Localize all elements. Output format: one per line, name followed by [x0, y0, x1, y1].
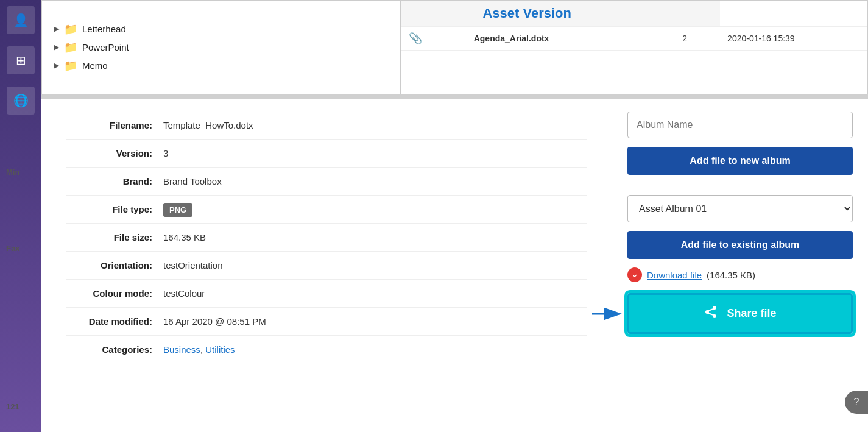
filename-label: Filename: [66, 120, 163, 130]
filetype-label: File type: [66, 204, 163, 214]
folder-label-powerpoint: PowerPoint [82, 42, 129, 52]
filesize-value: 164.35 KB [163, 232, 206, 243]
category-business[interactable]: Business [163, 344, 200, 355]
folder-icon-memo: 📁 [64, 59, 77, 73]
date-row: Date modified: 16 Apr 2020 @ 08:51 PM [66, 308, 587, 336]
filename-value: Template_HowTo.dotx [163, 120, 253, 130]
share-svg-icon [704, 305, 718, 319]
album-select[interactable]: Asset Album 01 Asset Album 02 Asset Albu… [627, 195, 853, 222]
download-icon [627, 267, 642, 282]
download-arrow-icon [630, 271, 639, 279]
filetype-value: PNG [163, 204, 192, 214]
divider-1 [627, 185, 853, 185]
filetype-row: File type: PNG [66, 196, 587, 224]
file-version-cell: 2 [675, 27, 720, 51]
category-utilities[interactable]: Utilities [205, 344, 235, 355]
brand-row: Brand: Brand Toolbox [66, 168, 587, 196]
version-label: Version: [66, 148, 163, 158]
version-value: 3 [163, 148, 168, 158]
side-label-min: Min [6, 168, 19, 177]
arrow-icon: ▶ [54, 43, 59, 51]
right-actions-panel: Add file to new album Asset Album 01 Ass… [612, 99, 868, 432]
file-info-panel: Filename: Template_HowTo.dotx Version: 3… [41, 99, 612, 432]
brand-label: Brand: [66, 176, 163, 186]
download-row: Download file (164.35 KB) [627, 267, 853, 282]
add-to-existing-album-button[interactable]: Add file to existing album [627, 231, 853, 259]
asset-version-panel: Asset Version 📎 Agenda_Arial.dotx 2 2020… [401, 0, 868, 94]
folder-icon-letterhead: 📁 [64, 23, 77, 36]
png-badge: PNG [163, 203, 192, 217]
categories-value: Business, Utilities [163, 344, 235, 355]
orientation-label: Orientation: [66, 260, 163, 271]
date-label: Date modified: [66, 316, 163, 327]
brand-value: Brand Toolbox [163, 176, 222, 186]
file-date-cell: 2020-01-16 15:39 [720, 27, 867, 51]
filesize-label: File size: [66, 232, 163, 243]
file-table-row: 📎 Agenda_Arial.dotx 2 2020-01-16 15:39 [401, 27, 867, 51]
share-file-button[interactable]: Share file [627, 293, 853, 334]
colour-row: Colour mode: testColour [66, 280, 587, 308]
date-value: 16 Apr 2020 @ 08:51 PM [163, 316, 266, 327]
chat-button[interactable]: ? [845, 391, 868, 414]
svg-point-0 [630, 271, 639, 279]
folder-label-memo: Memo [82, 60, 108, 71]
side-label-121: 121 [6, 402, 19, 411]
share-area: Share file [627, 293, 853, 334]
arrow-icon: ▶ [54, 25, 59, 33]
arrow-icon: ▶ [54, 62, 59, 69]
sidebar-icon-person[interactable]: 👤 [7, 6, 35, 34]
download-size-text: (164.35 KB) [707, 270, 755, 280]
orientation-row: Orientation: testOrientation [66, 252, 587, 280]
filesize-row: File size: 164.35 KB [66, 224, 587, 252]
folder-item-letterhead[interactable]: ▶ 📁 Letterhead [54, 23, 388, 36]
share-arrow-indicator [591, 305, 624, 323]
grid-icon: ⊞ [16, 53, 26, 68]
person-icon: 👤 [13, 13, 29, 27]
folder-label-letterhead: Letterhead [82, 24, 126, 34]
file-name-cell: Agenda_Arial.dotx [474, 34, 549, 43]
sidebar-icon-grid[interactable]: ⊞ [7, 46, 35, 74]
colour-label: Colour mode: [66, 288, 163, 299]
folder-item-powerpoint[interactable]: ▶ 📁 PowerPoint [54, 41, 388, 54]
left-sidebar: 👤 ⊞ 🌐 [0, 0, 41, 432]
album-name-input[interactable] [627, 112, 853, 138]
folder-sidebar: ▶ 📁 Letterhead ▶ 📁 PowerPoint ▶ 📁 Memo [41, 0, 401, 94]
add-to-new-album-button[interactable]: Add file to new album [627, 147, 853, 175]
svg-line-8 [708, 313, 715, 315]
globe-icon: 🌐 [13, 93, 29, 108]
separator [41, 94, 868, 99]
asset-version-header: Asset Version [409, 5, 571, 21]
clip-icon: 📎 [409, 32, 422, 44]
version-row: Version: 3 [66, 140, 587, 168]
folder-icon-powerpoint: 📁 [64, 41, 77, 54]
colour-value: testColour [163, 288, 205, 299]
share-icon [704, 305, 718, 322]
filename-row: Filename: Template_HowTo.dotx [66, 112, 587, 140]
orientation-value: testOrientation [163, 260, 223, 271]
side-label-fax: Fax [6, 244, 19, 253]
folder-item-memo[interactable]: ▶ 📁 Memo [54, 59, 388, 73]
share-arrow-svg [591, 305, 624, 323]
svg-line-7 [708, 308, 715, 311]
share-button-label: Share file [727, 307, 776, 320]
download-file-link[interactable]: Download file [647, 270, 702, 280]
categories-label: Categories: [66, 344, 163, 355]
main-content: Filename: Template_HowTo.dotx Version: 3… [41, 99, 868, 432]
categories-row: Categories: Business, Utilities [66, 336, 587, 363]
sidebar-icon-globe[interactable]: 🌐 [7, 87, 35, 115]
